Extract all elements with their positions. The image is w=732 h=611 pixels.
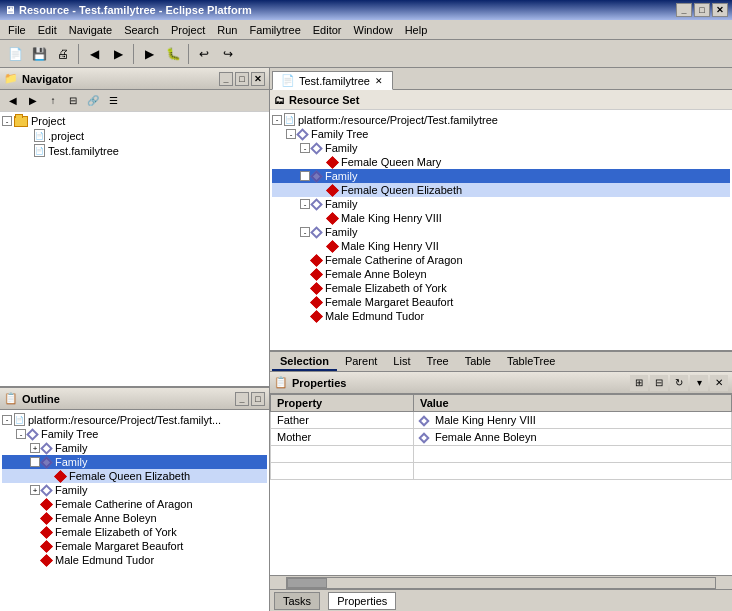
new-button[interactable]: 📄 xyxy=(4,43,26,65)
rs-f4-expand[interactable]: - xyxy=(300,227,310,237)
close-button[interactable]: ✕ xyxy=(712,3,728,17)
rs-f2-expand[interactable]: - xyxy=(300,171,310,181)
rs-fqm[interactable]: Female Queen Mary xyxy=(272,155,730,169)
menu-familytree[interactable]: Familytree xyxy=(243,22,306,38)
familytree-tab-close[interactable]: ✕ xyxy=(374,76,384,86)
nav-collapse-btn[interactable]: ⊟ xyxy=(64,92,82,110)
rs-family4[interactable]: - Family xyxy=(272,225,730,239)
menu-file[interactable]: File xyxy=(2,22,32,38)
nav-link-btn[interactable]: 🔗 xyxy=(84,92,102,110)
family3-expand[interactable]: + xyxy=(30,485,40,495)
rs-f3-expand[interactable]: - xyxy=(300,199,310,209)
back-button[interactable]: ◀ xyxy=(83,43,105,65)
forward-button[interactable]: ▶ xyxy=(107,43,129,65)
run-button[interactable]: ▶ xyxy=(138,43,160,65)
print-button[interactable]: 🖨 xyxy=(52,43,74,65)
tab-selection[interactable]: Selection xyxy=(272,353,337,371)
outline-familytree-node[interactable]: - Family Tree xyxy=(2,427,267,441)
tab-tree[interactable]: Tree xyxy=(418,353,456,371)
nav-forward-btn[interactable]: ▶ xyxy=(24,92,42,110)
properties-title: Properties xyxy=(292,377,346,389)
nav-familytree-node[interactable]: 📄 Test.familytree xyxy=(2,143,267,158)
rs-fab[interactable]: Female Anne Boleyn xyxy=(272,267,730,281)
minimize-button[interactable]: _ xyxy=(676,3,692,17)
window-controls[interactable]: _ □ ✕ xyxy=(676,3,728,17)
menu-editor[interactable]: Editor xyxy=(307,22,348,38)
outline-fqe-node[interactable]: Female Queen Elizabeth xyxy=(2,469,267,483)
outline-family3-node[interactable]: + Family xyxy=(2,483,267,497)
nav-menu-btn[interactable]: ☰ xyxy=(104,92,122,110)
navigator-close[interactable]: ✕ xyxy=(251,72,265,86)
props-h-scrollbar[interactable] xyxy=(286,577,716,589)
rs-family2[interactable]: - Family xyxy=(272,169,730,183)
rs-mkh8[interactable]: Male King Henry VIII xyxy=(272,211,730,225)
props-btn-3[interactable]: ↻ xyxy=(670,375,688,391)
rs-ft-label: Family Tree xyxy=(311,128,368,140)
tasks-tab[interactable]: Tasks xyxy=(274,592,320,610)
rs-fmb[interactable]: Female Margaret Beaufort xyxy=(272,295,730,309)
menu-navigate[interactable]: Navigate xyxy=(63,22,118,38)
app-icon: 🖥 xyxy=(4,4,15,16)
rs-familytree[interactable]: - Family Tree xyxy=(272,127,730,141)
menu-run[interactable]: Run xyxy=(211,22,243,38)
rs-feoy[interactable]: Female Elizabeth of York xyxy=(272,281,730,295)
redo-button[interactable]: ↪ xyxy=(217,43,239,65)
family1-expand[interactable]: + xyxy=(30,443,40,453)
outline-fcoa-node[interactable]: Female Catherine of Aragon xyxy=(2,497,267,511)
nav-back-btn[interactable]: ◀ xyxy=(4,92,22,110)
props-btn-1[interactable]: ⊞ xyxy=(630,375,648,391)
tab-table[interactable]: Table xyxy=(457,353,499,371)
outline-fmb-node[interactable]: Female Margaret Beaufort xyxy=(2,539,267,553)
menu-help[interactable]: Help xyxy=(399,22,434,38)
properties-icon: 📋 xyxy=(274,376,288,389)
prop-row-father[interactable]: Father Male King Henry VIII xyxy=(271,412,732,429)
title-bar: 🖥 Resource - Test.familytree - Eclipse P… xyxy=(0,0,732,20)
outline-family1-node[interactable]: + Family xyxy=(2,441,267,455)
nav-up-btn[interactable]: ↑ xyxy=(44,92,62,110)
navigator-minimize[interactable]: _ xyxy=(219,72,233,86)
outline-root-node[interactable]: - 📄 platform:/resource/Project/Test.fami… xyxy=(2,412,267,427)
tab-list[interactable]: List xyxy=(385,353,418,371)
rs-ft-expand[interactable]: - xyxy=(286,129,296,139)
rs-fcoa[interactable]: Female Catherine of Aragon xyxy=(272,253,730,267)
rs-family1[interactable]: - Family xyxy=(272,141,730,155)
rs-fqe[interactable]: Female Queen Elizabeth xyxy=(272,183,730,197)
outline-fab-node[interactable]: Female Anne Boleyn xyxy=(2,511,267,525)
prop-row-mother[interactable]: Mother Female Anne Boleyn xyxy=(271,429,732,446)
fcoa-label: Female Catherine of Aragon xyxy=(55,498,193,510)
project-expand[interactable]: - xyxy=(2,116,12,126)
props-btn-2[interactable]: ⊟ xyxy=(650,375,668,391)
rs-root[interactable]: - 📄 platform:/resource/Project/Test.fami… xyxy=(272,112,730,127)
familytree-tab[interactable]: 📄 Test.familytree ✕ xyxy=(272,71,393,90)
navigator-maximize[interactable]: □ xyxy=(235,72,249,86)
outline-maximize[interactable]: □ xyxy=(251,392,265,406)
maximize-button[interactable]: □ xyxy=(694,3,710,17)
undo-button[interactable]: ↩ xyxy=(193,43,215,65)
tab-tabletree[interactable]: TableTree xyxy=(499,353,564,371)
tab-parent[interactable]: Parent xyxy=(337,353,385,371)
menu-search[interactable]: Search xyxy=(118,22,165,38)
props-dropdown[interactable]: ▾ xyxy=(690,375,708,391)
nav-dotproject-node[interactable]: 📄 .project xyxy=(2,128,267,143)
props-close[interactable]: ✕ xyxy=(710,375,728,391)
menu-window[interactable]: Window xyxy=(348,22,399,38)
menu-project[interactable]: Project xyxy=(165,22,211,38)
rs-family3[interactable]: - Family xyxy=(272,197,730,211)
menu-edit[interactable]: Edit xyxy=(32,22,63,38)
rs-root-expand[interactable]: - xyxy=(272,115,282,125)
properties-tab[interactable]: Properties xyxy=(328,592,396,610)
outline-minimize[interactable]: _ xyxy=(235,392,249,406)
outline-met-node[interactable]: Male Edmund Tudor xyxy=(2,553,267,567)
outline-root-expand[interactable]: - xyxy=(2,415,12,425)
outline-feoy-node[interactable]: Female Elizabeth of York xyxy=(2,525,267,539)
rs-mkh7[interactable]: Male King Henry VII xyxy=(272,239,730,253)
family2-expand[interactable]: - xyxy=(30,457,40,467)
rs-f1-expand[interactable]: - xyxy=(300,143,310,153)
outline-familytree-expand[interactable]: - xyxy=(16,429,26,439)
rs-met[interactable]: Male Edmund Tudor xyxy=(272,309,730,323)
save-button[interactable]: 💾 xyxy=(28,43,50,65)
nav-project-node[interactable]: - Project xyxy=(2,114,267,128)
outline-family2-node[interactable]: - Family xyxy=(2,455,267,469)
debug-button[interactable]: 🐛 xyxy=(162,43,184,65)
props-scroll-thumb[interactable] xyxy=(287,578,327,588)
